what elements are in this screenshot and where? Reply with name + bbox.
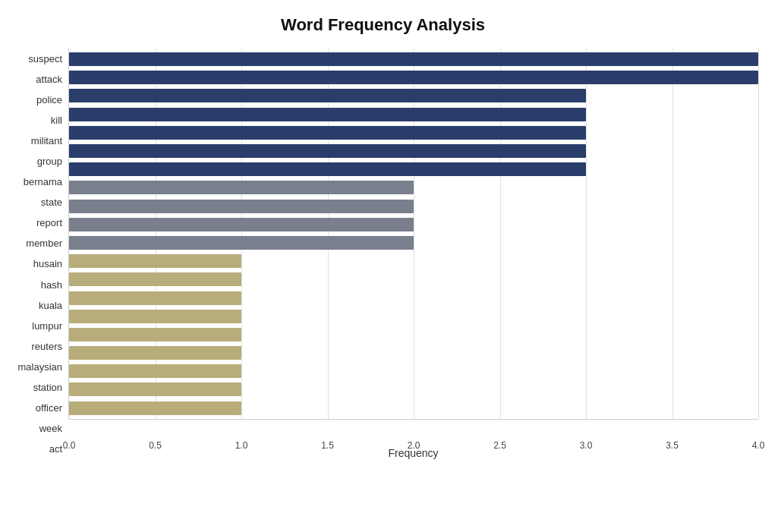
y-label: act [49,444,62,454]
bar [69,89,586,102]
bar-row [69,326,758,343]
bar [69,218,414,231]
bar [69,181,414,194]
x-tick-label: 3.0 [580,440,593,451]
y-label: state [41,197,62,207]
x-tick-label: 2.5 [493,440,506,451]
y-label: police [36,95,62,105]
chart-container: Word Frequency Analysis suspectattackpol… [0,0,781,532]
y-label: reuters [32,342,62,351]
y-axis-labels: suspectattackpolicekillmilitantgroupbern… [8,49,68,459]
bar-row [69,271,758,288]
bar [69,382,241,396]
bar-row [69,106,758,123]
bar [69,52,758,66]
x-tick-label: 2.0 [408,440,420,451]
y-label: week [39,423,62,433]
x-tick-label: 0.5 [149,440,162,451]
bar-row [69,345,758,361]
bar-row [69,51,758,68]
y-label: bernama [24,177,62,187]
y-label: report [36,218,62,228]
bar-row [69,253,758,269]
bar [69,236,414,250]
y-label: officer [36,403,62,413]
bar-row [69,235,758,251]
chart-title: Word Frequency Analysis [8,15,758,35]
bar-row [69,87,758,104]
bar-row [69,216,758,233]
y-label: malaysian [17,362,62,372]
bar [69,254,241,268]
bar [69,200,414,213]
y-label: station [33,382,62,392]
bar [69,108,586,121]
bar-row [69,308,758,325]
y-label: militant [31,136,62,146]
bar [69,310,241,323]
y-label: group [37,156,62,166]
bar-row [69,179,758,196]
bar-row [69,363,758,379]
y-label: lumpur [32,321,62,331]
bar-row [69,400,758,417]
bar [69,328,241,342]
y-label: suspect [28,54,62,64]
bar-row [69,290,758,307]
bar-row [69,161,758,178]
y-label: kuala [39,301,62,310]
bar [69,291,241,305]
bar-row [69,69,758,86]
bar [69,71,758,84]
x-tick-label: 1.5 [321,440,334,451]
x-tick-label: 1.0 [235,440,248,451]
y-label: husain [33,259,62,269]
bar-row [69,124,758,141]
bar [69,364,241,378]
bar [69,272,241,286]
plot-area: 0.00.51.01.52.02.53.03.54.0 [68,49,758,420]
bar [69,401,241,415]
bar [69,162,586,176]
bar-row [69,198,758,215]
grid-line [758,49,759,419]
y-label: kill [51,115,62,125]
x-tick-label: 4.0 [752,440,765,451]
y-label: hash [41,280,62,290]
x-tick-label: 3.5 [666,440,679,451]
y-label: member [26,238,62,248]
bar [69,126,586,140]
y-label: attack [36,74,62,84]
bar [69,346,241,360]
bar-row [69,143,758,159]
bar-row [69,381,758,398]
bar [69,144,586,158]
x-tick-label: 0.0 [63,440,76,451]
